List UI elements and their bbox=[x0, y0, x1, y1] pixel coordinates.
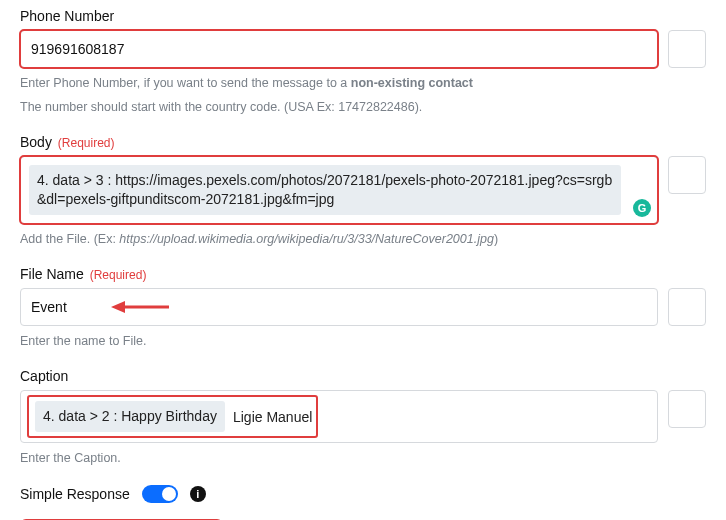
phone-help-2: The number should start with the country… bbox=[20, 98, 706, 116]
body-input[interactable]: 4. data > 3 : https://images.pexels.com/… bbox=[20, 156, 658, 224]
filename-value: Event bbox=[31, 299, 67, 315]
caption-extra-text: Ligie Manuel bbox=[233, 409, 312, 425]
caption-field-menu[interactable] bbox=[668, 390, 706, 428]
body-label: Body (Required) bbox=[20, 134, 706, 150]
phone-input[interactable]: 919691608187 bbox=[20, 30, 658, 68]
phone-input-value: 919691608187 bbox=[31, 41, 124, 57]
phone-help-1: Enter Phone Number, if you want to send … bbox=[20, 74, 706, 92]
caption-help: Enter the Caption. bbox=[20, 449, 706, 467]
grammarly-icon[interactable]: G bbox=[633, 199, 651, 217]
phone-field-menu[interactable] bbox=[668, 30, 706, 68]
filename-help: Enter the name to File. bbox=[20, 332, 706, 350]
simple-response-toggle[interactable] bbox=[142, 485, 178, 503]
caption-input[interactable]: 4. data > 2 : Happy Birthday Ligie Manue… bbox=[20, 390, 658, 443]
filename-input[interactable]: Event bbox=[20, 288, 658, 326]
body-help: Add the File. (Ex: https://upload.wikime… bbox=[20, 230, 706, 248]
info-icon[interactable]: i bbox=[190, 486, 206, 502]
caption-chip[interactable]: 4. data > 2 : Happy Birthday bbox=[35, 401, 225, 432]
svg-marker-1 bbox=[111, 301, 125, 313]
annotation-arrow-icon bbox=[111, 300, 171, 314]
body-chip[interactable]: 4. data > 3 : https://images.pexels.com/… bbox=[29, 165, 621, 215]
filename-label: File Name (Required) bbox=[20, 266, 706, 282]
caption-label: Caption bbox=[20, 368, 706, 384]
filename-field-menu[interactable] bbox=[668, 288, 706, 326]
simple-response-label: Simple Response bbox=[20, 486, 130, 502]
body-field-menu[interactable] bbox=[668, 156, 706, 194]
phone-label: Phone Number bbox=[20, 8, 706, 24]
